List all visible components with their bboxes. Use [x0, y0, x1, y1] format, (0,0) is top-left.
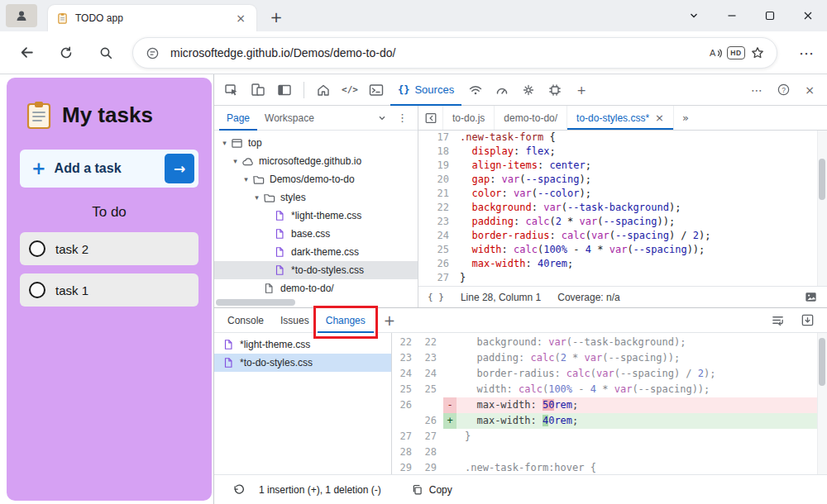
changes-file-item[interactable]: *light-theme.css — [214, 335, 391, 354]
line-number[interactable]: 19 — [418, 159, 460, 173]
revert-icon[interactable] — [227, 478, 251, 502]
task-checkbox[interactable] — [29, 282, 45, 298]
editor-tab[interactable]: to-do.js — [443, 106, 495, 130]
browser-tab[interactable]: TODO app × — [48, 5, 256, 31]
pretty-print-icon[interactable]: { } — [428, 292, 444, 302]
scrollbar-thumb[interactable] — [819, 338, 825, 386]
task-item[interactable]: task 2 — [20, 232, 198, 265]
diff-old-line-number: 28 — [392, 445, 412, 460]
code-line: 17.new-task-form { — [418, 131, 827, 145]
diff-scrollbar[interactable] — [817, 333, 827, 474]
more-panels-button[interactable]: + — [569, 77, 594, 103]
close-window-button[interactable] — [789, 0, 827, 31]
line-number[interactable]: 23 — [418, 215, 460, 229]
copy-button[interactable]: Copy — [411, 483, 452, 496]
tree-item[interactable]: demo-to-do/ — [214, 279, 418, 297]
console-tab-icon[interactable] — [364, 77, 389, 103]
todo-app-panel: My tasks + Add a task → To do task 2task… — [7, 78, 212, 501]
task-checkbox[interactable] — [29, 240, 45, 257]
navigator-more-icon[interactable]: ⋮ — [392, 112, 413, 124]
search-icon[interactable] — [93, 40, 119, 66]
editor-scrollbar[interactable] — [817, 131, 827, 286]
line-number[interactable]: 22 — [418, 201, 460, 215]
navigator-horizontal-scrollbar[interactable] — [216, 299, 416, 306]
drawer-tab-issues[interactable]: Issues — [272, 308, 318, 333]
changes-file-item[interactable]: *to-do-styles.css — [214, 354, 391, 372]
expander-icon[interactable]: ▾ — [230, 157, 241, 165]
application-tab-icon[interactable] — [516, 77, 541, 103]
device-emulation-icon[interactable] — [246, 77, 270, 103]
tree-item[interactable]: ▾microsoftedge.github.io — [214, 152, 418, 170]
profile-avatar[interactable] — [6, 4, 37, 27]
image-icon[interactable] — [804, 290, 818, 304]
tree-item-label: Demos/demo-to-do — [270, 174, 355, 185]
task-item[interactable]: task 1 — [20, 273, 198, 307]
tree-item[interactable]: *light-theme.css — [214, 207, 418, 225]
devtools-help-icon[interactable]: ? — [771, 77, 796, 103]
maximize-button[interactable] — [751, 0, 789, 31]
favorites-star-icon[interactable] — [747, 42, 768, 64]
tree-item[interactable]: ▾top — [214, 134, 418, 152]
performance-tab-icon[interactable] — [490, 77, 514, 103]
code-editor[interactable]: 17.new-task-form {18 display: flex;19 al… — [418, 131, 827, 286]
tab-sources[interactable]: {} Sources — [390, 74, 461, 106]
dock-drawer-icon[interactable] — [796, 309, 819, 332]
expander-icon[interactable]: ▾ — [219, 139, 230, 147]
editor-tab[interactable]: to-do-styles.css*× — [567, 106, 674, 130]
new-tab-button[interactable]: + — [265, 5, 288, 28]
submit-task-button[interactable]: → — [165, 154, 194, 183]
back-icon[interactable] — [13, 40, 40, 66]
hd-icon[interactable]: HD — [725, 42, 747, 64]
close-icon[interactable]: × — [655, 112, 664, 124]
diff-marker — [443, 350, 457, 366]
tab-page[interactable]: Page — [219, 106, 257, 131]
read-aloud-icon[interactable]: A — [704, 42, 725, 64]
memory-tab-icon[interactable] — [543, 77, 567, 103]
line-number[interactable]: 21 — [418, 187, 460, 201]
copy-label: Copy — [429, 484, 452, 496]
site-info-icon[interactable] — [141, 42, 163, 64]
tree-item[interactable]: ▾styles — [214, 188, 418, 207]
scrollbar-thumb[interactable] — [216, 299, 295, 306]
scrollbar-thumb[interactable] — [819, 159, 825, 200]
tree-item[interactable]: dark-theme.css — [214, 243, 418, 261]
network-tab-icon[interactable] — [463, 77, 488, 103]
add-drawer-tab-button[interactable]: + — [384, 312, 395, 329]
line-number[interactable]: 20 — [418, 173, 460, 187]
code-text: background: var(--task-background); — [460, 201, 681, 215]
expander-icon[interactable]: ▾ — [251, 193, 262, 202]
drawer-tab-console[interactable]: Console — [219, 308, 272, 333]
sidebar-layout-icon[interactable] — [272, 77, 297, 103]
minimize-button[interactable] — [713, 0, 751, 31]
tree-item[interactable]: base.css — [214, 225, 418, 243]
add-task-button[interactable]: + Add a task → — [20, 150, 198, 188]
tab-actions-chevron-icon[interactable] — [675, 0, 713, 31]
home-tab-icon[interactable] — [311, 77, 336, 103]
devtools-more-options-icon[interactable]: ⋯ — [744, 77, 769, 103]
line-number[interactable]: 27 — [418, 271, 460, 285]
line-wrap-icon[interactable] — [766, 309, 789, 332]
tab-workspace[interactable]: Workspace — [257, 106, 322, 131]
line-number[interactable]: 26 — [418, 257, 460, 271]
chevron-down-icon[interactable] — [372, 113, 392, 123]
tree-item[interactable]: ▾Demos/demo-to-do — [214, 170, 418, 188]
drawer-tab-changes[interactable]: Changes — [318, 308, 374, 333]
devtools-close-icon[interactable]: × — [797, 77, 822, 103]
line-number[interactable]: 17 — [418, 131, 460, 145]
tab-close-icon[interactable]: × — [233, 11, 248, 26]
line-number[interactable]: 25 — [418, 243, 460, 257]
elements-tab-icon[interactable]: </> — [337, 77, 362, 103]
css-icon — [273, 246, 286, 258]
editor-tab[interactable]: demo-to-do/ — [495, 106, 567, 130]
line-number[interactable]: 24 — [418, 229, 460, 243]
show-navigator-icon[interactable] — [418, 106, 443, 130]
settings-more-icon[interactable]: ⋯ — [794, 43, 819, 63]
inspect-icon[interactable] — [219, 77, 244, 103]
tree-item[interactable]: *to-do-styles.css — [214, 261, 418, 279]
expander-icon[interactable]: ▾ — [241, 175, 251, 183]
line-number[interactable]: 18 — [418, 145, 460, 159]
diff-code: .new-task-form:hover { — [457, 460, 827, 474]
refresh-icon[interactable] — [53, 40, 79, 66]
url-bar[interactable]: microsoftedge.github.io/Demos/demo-to-do… — [132, 37, 777, 69]
tab-overflow-icon[interactable]: » — [674, 106, 697, 130]
